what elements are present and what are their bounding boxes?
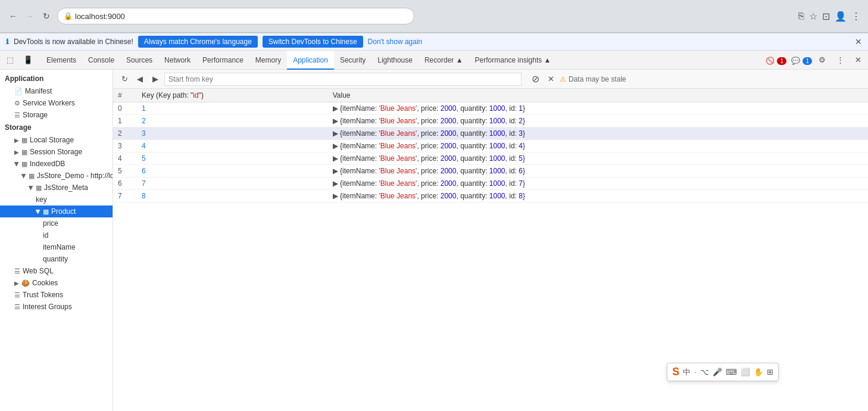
tab-sources[interactable]: Sources — [120, 51, 158, 70]
sidebar: Application 📄 Manifest ⚙ Service Workers… — [0, 70, 113, 411]
trust-tokens-icon: ☰ — [14, 291, 20, 299]
close-devtools-button[interactable]: ✕ — [850, 52, 866, 68]
sidebar-item-jsstore-demo[interactable]: ▶ ▦ JsStore_Demo - http://lc — [0, 170, 113, 182]
ime-option-icon: ⌥ — [700, 368, 709, 376]
start-from-key-input[interactable] — [164, 73, 522, 86]
dont-show-again-link[interactable]: Don't show again — [368, 38, 423, 46]
message-count: 1 — [803, 57, 812, 65]
back-button[interactable]: ← — [7, 10, 19, 22]
sidebar-item-key[interactable]: key — [0, 194, 113, 206]
cell-num: 3 — [113, 140, 137, 152]
profile-icon[interactable]: 👤 — [835, 11, 847, 22]
devtools-tabs: ⬚ 📱 Elements Console Sources Network Per… — [0, 51, 868, 70]
session-storage-expand-icon: ▶ — [14, 149, 19, 155]
sidebar-item-jsstore-meta[interactable]: ▶ ▦ JsStore_Meta — [0, 182, 113, 194]
table-row[interactable]: 01▶ {itemName: 'Blue Jeans', price: 2000… — [113, 102, 868, 115]
clear-button[interactable]: ⊘ — [529, 73, 542, 86]
bookmark-icon[interactable]: ☆ — [809, 11, 817, 22]
next-button[interactable]: ▶ — [149, 73, 162, 86]
sidebar-item-quantity[interactable]: quantity — [0, 253, 113, 265]
cell-value: ▶ {itemName: 'Blue Jeans', price: 2000, … — [328, 178, 868, 190]
tab-memory[interactable]: Memory — [249, 51, 287, 70]
cell-key: 7 — [137, 178, 328, 190]
table-row[interactable]: 78▶ {itemName: 'Blue Jeans', price: 2000… — [113, 190, 868, 203]
sidebar-item-storage[interactable]: ☰ Storage — [0, 109, 113, 121]
window-icon[interactable]: ⊡ — [822, 11, 830, 22]
cell-key: 8 — [137, 190, 328, 203]
sidebar-item-web-sql[interactable]: ☰ Web SQL — [0, 265, 113, 277]
url-text: localhost:9000 — [75, 12, 125, 21]
devtools-panel: ℹ DevTools is now available in Chinese! … — [0, 33, 868, 411]
cell-key: 5 — [137, 152, 328, 165]
sidebar-item-cookies[interactable]: ▶ 🍪 Cookies — [0, 277, 113, 289]
sidebar-item-interest-groups[interactable]: ☰ Interest Groups — [0, 301, 113, 313]
tab-performance[interactable]: Performance — [196, 51, 249, 70]
ime-hand-icon: ✋ — [754, 368, 763, 376]
devtools-body: Application 📄 Manifest ⚙ Service Workers… — [0, 70, 868, 411]
refresh-button[interactable]: ↻ — [118, 73, 131, 86]
error-badge: 🚫 1 — [766, 55, 786, 66]
cell-key: 3 — [137, 127, 328, 140]
table-row[interactable]: 34▶ {itemName: 'Blue Jeans', price: 2000… — [113, 140, 868, 152]
tab-console[interactable]: Console — [82, 51, 120, 70]
cell-value: ▶ {itemName: 'Blue Jeans', price: 2000, … — [328, 102, 868, 115]
sidebar-item-id[interactable]: id — [0, 229, 113, 241]
table-row[interactable]: 67▶ {itemName: 'Blue Jeans', price: 2000… — [113, 178, 868, 190]
settings-button[interactable]: ⚙ — [814, 52, 830, 68]
tab-recorder[interactable]: Recorder ▲ — [419, 51, 469, 70]
jsstore-meta-icon: ▦ — [36, 184, 42, 192]
tab-elements[interactable]: Elements — [40, 51, 82, 70]
sidebar-item-indexeddb[interactable]: ▶ ▦ IndexedDB — [0, 158, 113, 170]
cookies-expand-icon: ▶ — [14, 280, 19, 287]
sidebar-item-manifest[interactable]: 📄 Manifest — [0, 85, 113, 97]
sidebar-item-price[interactable]: price — [0, 217, 113, 229]
sidebar-item-session-storage[interactable]: ▶ ▦ Session Storage — [0, 146, 113, 158]
jsstore-meta-expand-icon: ▶ — [28, 185, 35, 190]
switch-to-chinese-button[interactable]: Switch DevTools to Chinese — [263, 36, 363, 48]
table-row[interactable]: 12▶ {itemName: 'Blue Jeans', price: 2000… — [113, 115, 868, 127]
sidebar-item-service-workers[interactable]: ⚙ Service Workers — [0, 97, 113, 109]
sidebar-item-product[interactable]: ▶ ▦ Product — [0, 206, 113, 217]
ime-logo: S — [672, 366, 679, 378]
tab-lighthouse[interactable]: Lighthouse — [371, 51, 419, 70]
cell-num: 7 — [113, 190, 137, 203]
tab-security[interactable]: Security — [334, 51, 371, 70]
cell-value: ▶ {itemName: 'Blue Jeans', price: 2000, … — [328, 165, 868, 178]
cell-num: 4 — [113, 152, 137, 165]
col-num: # — [113, 89, 137, 102]
jsstore-demo-icon: ▦ — [29, 172, 35, 180]
warning-icon: ⚠ — [560, 75, 566, 83]
application-section-header: Application — [0, 72, 113, 85]
cell-key: 2 — [137, 115, 328, 127]
forward-button[interactable]: → — [24, 10, 36, 22]
prev-button[interactable]: ◀ — [133, 73, 146, 86]
sidebar-item-itemname[interactable]: itemName — [0, 241, 113, 253]
share-icon[interactable]: ⎘ — [798, 11, 804, 22]
table-row[interactable]: 23▶ {itemName: 'Blue Jeans', price: 2000… — [113, 127, 868, 140]
delete-button[interactable]: ✕ — [544, 73, 557, 86]
tab-network[interactable]: Network — [158, 51, 196, 70]
tab-performance-insights[interactable]: Performance insights ▲ — [469, 51, 557, 70]
address-bar[interactable]: 🔒 localhost:9000 — [57, 8, 414, 24]
inspect-element-button[interactable]: ⬚ — [2, 52, 18, 68]
notification-close-button[interactable]: ✕ — [855, 37, 862, 46]
stale-warning-text: Data may be stale — [569, 75, 626, 83]
sidebar-scroll[interactable]: Application 📄 Manifest ⚙ Service Workers… — [0, 72, 113, 411]
sidebar-item-trust-tokens[interactable]: ☰ Trust Tokens — [0, 289, 113, 301]
interest-groups-icon: ☰ — [14, 303, 20, 311]
ime-grid-icon: ⊞ — [767, 368, 773, 376]
manifest-icon: 📄 — [14, 88, 23, 95]
more-icon[interactable]: ⋮ — [851, 11, 861, 22]
device-toolbar-button[interactable]: 📱 — [20, 52, 36, 68]
match-language-button[interactable]: Always match Chrome's language — [138, 36, 258, 48]
session-storage-icon: ▦ — [21, 148, 27, 156]
sidebar-item-local-storage[interactable]: ▶ ▦ Local Storage — [0, 134, 113, 146]
more-tabs-button[interactable]: ⋮ — [832, 52, 848, 68]
panel-toolbar: ↻ ◀ ▶ ⊘ ✕ ⚠ Data may be stale — [113, 70, 868, 89]
table-row[interactable]: 45▶ {itemName: 'Blue Jeans', price: 2000… — [113, 152, 868, 165]
reload-button[interactable]: ↻ — [40, 10, 52, 22]
stale-warning: ⊘ ✕ ⚠ Data may be stale — [529, 73, 626, 86]
tab-application[interactable]: Application — [287, 51, 334, 70]
cell-value: ▶ {itemName: 'Blue Jeans', price: 2000, … — [328, 115, 868, 127]
table-row[interactable]: 56▶ {itemName: 'Blue Jeans', price: 2000… — [113, 165, 868, 178]
